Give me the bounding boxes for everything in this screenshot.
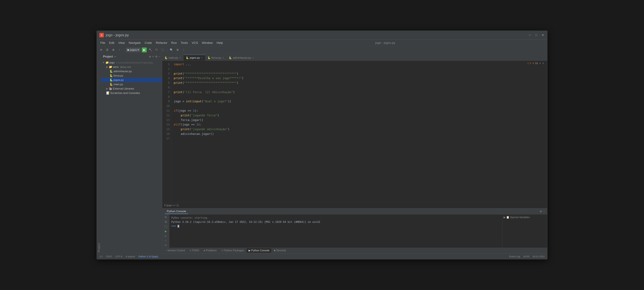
collapse-icon[interactable]: ∨ [542, 62, 544, 65]
search-button[interactable]: 🔍 [169, 48, 174, 52]
menu-refactor[interactable]: Refactor [154, 41, 169, 45]
tab-todo[interactable]: ≡ TODO [188, 248, 201, 253]
settings-button[interactable]: ⚙ [111, 48, 116, 52]
console-list-button[interactable]: ☰ [164, 220, 168, 223]
console-minus-icon[interactable]: − [543, 210, 545, 213]
tab-python-console[interactable]: ▶ Python Console [247, 248, 271, 253]
tree-venv-label: venv [113, 65, 119, 69]
breadcrumb-bar: if (jogo == 1) [162, 202, 547, 208]
bottom-tabs-bar: ↕ Version Control ≡ TODO ● Problems ⬡ Py… [162, 248, 547, 253]
status-position: 1:1 [99, 255, 103, 258]
list-button[interactable]: ☰ [105, 48, 110, 52]
project-side-label: Project [97, 54, 101, 253]
special-vars-icon: 📋 [506, 216, 510, 219]
run-button[interactable]: ▶ [142, 48, 147, 52]
tree-root-arrow: ▼ [102, 61, 104, 64]
code-editor[interactable]: import ... print("**********************… [171, 61, 547, 202]
tab-terminal[interactable]: ■ Terminal [272, 248, 288, 253]
refresh-button[interactable]: ⟳ [99, 48, 104, 52]
gear-button[interactable]: ⚙ [175, 48, 180, 52]
menu-file[interactable]: File [99, 41, 107, 45]
special-vars-label: Special Variables [510, 216, 530, 219]
tab-problems[interactable]: ● Problems [202, 248, 219, 253]
tree-jogos[interactable]: 🐍 jogos.py [101, 78, 162, 82]
tab-forca-py-label: forca.py [212, 56, 221, 60]
status-line-ending[interactable]: CRLF [106, 255, 112, 258]
console-attach-button[interactable]: ○ [164, 239, 168, 242]
line-numbers: 1 2 3 4 5 6 7 8 9 10 11 12 13 14 15 16 1 [162, 61, 171, 202]
settings-icon[interactable]: ⚙ [155, 55, 158, 58]
menu-help[interactable]: Help [215, 41, 224, 45]
tree-forca[interactable]: 🐍 forca.py [101, 74, 162, 78]
menu-view[interactable]: View [116, 41, 126, 45]
tree-root[interactable]: ▼ 📁 jogo C:\Users\dyona\PycharmProjects\… [101, 60, 162, 65]
more-button[interactable]: ⋮ [181, 48, 186, 52]
stop-button[interactable]: ⬛ [160, 48, 165, 52]
menu-center-title: jogo - jogos.py [225, 41, 545, 45]
tab-adivinhacao-py[interactable]: 🐍 adivinhacao.py ✕ [226, 55, 256, 61]
menu-run[interactable]: Run [170, 41, 178, 45]
tab-main-py[interactable]: 🐍 main.py ✕ [162, 55, 184, 61]
app-icon: J [99, 33, 104, 37]
menu-code[interactable]: Code [143, 41, 154, 45]
collapse-button[interactable]: − [117, 48, 122, 52]
tab-python-packages[interactable]: ⬡ Python Packages [219, 248, 246, 253]
tab-main-py-label: main.py [168, 56, 178, 60]
coverage-button[interactable]: 🛡 [154, 48, 159, 52]
editor-content[interactable]: 1 2 3 4 5 6 7 8 9 10 11 12 13 14 15 16 1 [162, 61, 547, 202]
tree-scratches[interactable]: 📝 Scratches and Consoles [101, 91, 162, 95]
menu-navigate[interactable]: Navigate [127, 41, 142, 45]
close-button[interactable]: ✕ [541, 33, 545, 37]
project-run-badge[interactable]: ▶ jogos ▾ [126, 48, 140, 52]
expand-icon[interactable]: ∧ [539, 62, 541, 65]
tree-ext-libs[interactable]: ▶ 📚 External Libraries [101, 87, 162, 91]
tree-venv[interactable]: ▶ 📁 venv library root [101, 65, 162, 69]
status-indent[interactable]: 4 spaces [126, 255, 135, 258]
minimize-button[interactable]: ─ [528, 33, 532, 37]
console-prompt-line: >>> [171, 224, 500, 228]
console-run-button[interactable]: ▶ [164, 230, 168, 233]
console-content[interactable]: PyDev console: starting. Python 3.10.2 (… [169, 214, 502, 248]
console-line-1: PyDev console: starting. [171, 216, 500, 220]
tab-main-py-icon: 🐍 [164, 56, 168, 59]
python-packages-label: Python Packages [224, 249, 244, 252]
console-infinite-button[interactable]: ∞ [164, 244, 168, 246]
locate-icon[interactable]: ⊕ [149, 55, 151, 58]
collapse-all-icon[interactable]: ≡ [152, 55, 154, 58]
tab-adivinhacao-py-icon: 🐍 [229, 56, 232, 59]
status-interpreter[interactable]: Python 3.10 (jogo) [138, 255, 158, 258]
error-count: ⚠ 3 [527, 62, 531, 65]
console-line-2: Python 3.10.2 (tags/v3.10.2:a58ebcc, Jan… [171, 220, 500, 224]
special-vars-panel: ▶ 📋 Special Variables [502, 214, 547, 248]
console-rerun-button[interactable]: ⟳ [164, 216, 168, 219]
build-button[interactable]: 🔨 [148, 48, 153, 52]
console-debug-button[interactable]: ▷ [164, 234, 168, 237]
status-event-log[interactable]: Event Log [509, 255, 520, 258]
menu-vcs[interactable]: VCS [190, 41, 200, 45]
tree-adivinhacao[interactable]: 🐍 adivinhacao.py [101, 69, 162, 74]
console-gear-icon[interactable]: ⚙ [540, 210, 542, 213]
minimize-panel-icon[interactable]: − [159, 55, 160, 58]
tab-version-control[interactable]: ↕ Version Control [164, 248, 187, 253]
bottom-panel: Python Console ⚙ − ⟳ ☰ ⬛ ▶ ▷ ○ ∞ [162, 208, 547, 253]
tree-main-icon: 🐍 [110, 83, 113, 86]
menu-tools[interactable]: Tools [179, 41, 189, 45]
menu-window[interactable]: Window [200, 41, 214, 45]
tab-forca-py[interactable]: 🐍 forca.py ✕ [205, 55, 226, 61]
window-title: jogo - jogos.py [106, 33, 129, 37]
python-console-icon: ▶ [248, 249, 250, 252]
tab-main-py-close[interactable]: ✕ [179, 57, 181, 59]
special-vars-arrow[interactable]: ▶ [504, 216, 506, 219]
tab-jogos-py[interactable]: 🐍 jogos.py ✕ [184, 55, 205, 61]
tab-adivinhacao-py-close[interactable]: ✕ [252, 57, 254, 59]
menu-edit[interactable]: Edit [108, 41, 116, 45]
console-cursor [178, 225, 179, 227]
warn-count: ✓ 11 [532, 62, 538, 65]
tab-forca-py-close[interactable]: ✕ [222, 57, 224, 59]
tab-jogos-py-close[interactable]: ✕ [201, 57, 203, 59]
maximize-button[interactable]: □ [534, 33, 538, 37]
console-tab-python[interactable]: Python Console [165, 209, 188, 214]
status-encoding[interactable]: UTF-8 [116, 255, 122, 258]
console-stop-button[interactable]: ⬛ [164, 225, 168, 228]
tree-main[interactable]: 🐍 main.py [101, 82, 162, 87]
